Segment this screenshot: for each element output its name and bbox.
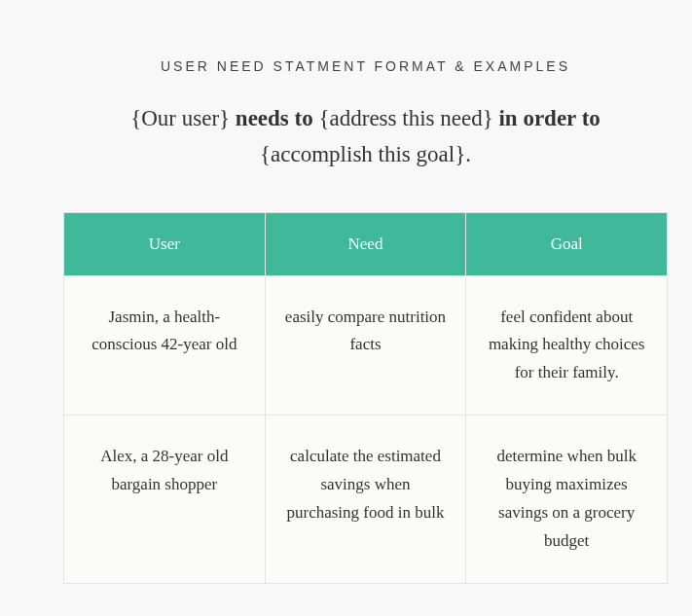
cell-goal: determine when bulk buying maximizes sav… xyxy=(466,416,668,584)
format-bold1: needs to xyxy=(236,106,313,130)
format-part2: {address this need} xyxy=(313,106,499,130)
header-user: User xyxy=(64,212,266,275)
header-goal: Goal xyxy=(466,212,668,275)
cell-need: calculate the estimated savings when pur… xyxy=(265,416,466,584)
format-statement: {Our user} needs to {address this need} … xyxy=(63,101,668,173)
cell-goal: feel confident about making healthy choi… xyxy=(466,275,668,416)
format-bold2: in order to xyxy=(498,106,600,130)
format-part3: {accomplish this goal}. xyxy=(260,142,471,166)
format-part1: {Our user} xyxy=(130,106,236,130)
section-title: USER NEED STATMENT FORMAT & EXAMPLES xyxy=(63,58,668,74)
card-container: USER NEED STATMENT FORMAT & EXAMPLES {Ou… xyxy=(19,19,692,616)
table-header-row: User Need Goal xyxy=(64,212,668,275)
cell-need: easily compare nutrition facts xyxy=(265,275,466,416)
header-need: Need xyxy=(265,212,466,275)
table-row: Jasmin, a health-conscious 42-year old e… xyxy=(64,275,668,416)
table-row: Alex, a 28-year old bargain shopper calc… xyxy=(64,416,668,584)
cell-user: Alex, a 28-year old bargain shopper xyxy=(64,416,266,584)
examples-table: User Need Goal Jasmin, a health-consciou… xyxy=(63,212,668,584)
cell-user: Jasmin, a health-conscious 42-year old xyxy=(64,275,266,416)
